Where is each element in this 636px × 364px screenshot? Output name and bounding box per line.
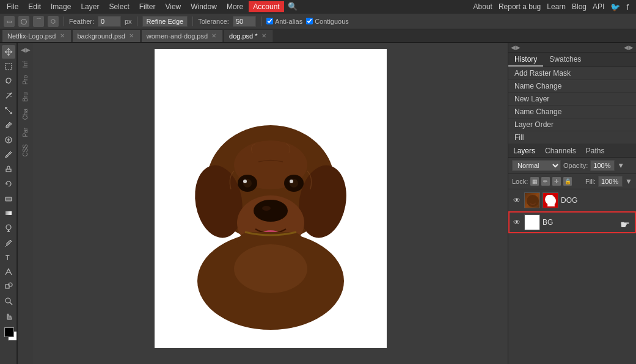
menu-view[interactable]: View bbox=[161, 1, 185, 12]
tab-background[interactable]: background.psd ✕ bbox=[73, 30, 141, 42]
contiguous-checkbox[interactable] bbox=[306, 18, 313, 24]
foreground-color-swatch[interactable] bbox=[4, 327, 14, 337]
menu-bar: File Edit Image Layer Select Filter View… bbox=[0, 0, 636, 13]
lock-transparency-icon[interactable]: ▦ bbox=[530, 177, 539, 186]
tab-swatches[interactable]: Swatches bbox=[543, 53, 587, 67]
layer-dog[interactable]: 👁 bbox=[508, 189, 636, 211]
tab-paths[interactable]: Paths bbox=[581, 145, 610, 156]
tool-wand[interactable] bbox=[2, 89, 15, 103]
tab-dog-close[interactable]: ✕ bbox=[260, 32, 268, 40]
menu-more[interactable]: More bbox=[222, 1, 247, 12]
svg-line-17 bbox=[5, 246, 7, 247]
ext-api[interactable]: API bbox=[593, 2, 604, 11]
menu-filter[interactable]: Filter bbox=[135, 1, 160, 12]
tab-netflix-logo[interactable]: Netflix-Logo.psd ✕ bbox=[2, 30, 71, 42]
tool-text[interactable]: T bbox=[2, 250, 15, 264]
tool-shape[interactable] bbox=[2, 280, 15, 293]
blend-mode-select[interactable]: Normal Multiply Screen Overlay bbox=[512, 160, 561, 171]
menu-account[interactable]: Account bbox=[249, 1, 283, 12]
tab-background-label: background.psd bbox=[78, 32, 125, 40]
tool-hand[interactable] bbox=[2, 309, 15, 322]
tool-move[interactable] bbox=[2, 45, 15, 59]
history-item-5[interactable]: Fill bbox=[508, 131, 636, 144]
toolbar-separator-3 bbox=[192, 16, 193, 26]
tool-lasso[interactable]: ⌒ bbox=[33, 16, 44, 27]
panel-collapse-arrow[interactable]: ◀▶ bbox=[20, 45, 32, 54]
svg-line-6 bbox=[5, 107, 12, 114]
layer-dog-visibility[interactable]: 👁 bbox=[512, 195, 522, 205]
menu-select[interactable]: Select bbox=[104, 1, 133, 12]
tool-gradient[interactable] bbox=[2, 206, 15, 220]
anti-alias-checkbox[interactable] bbox=[266, 18, 273, 24]
tool-heal[interactable] bbox=[2, 133, 15, 147]
tab-layers[interactable]: Layers bbox=[508, 145, 540, 156]
refine-edge-button[interactable]: Refine Edge bbox=[142, 16, 188, 27]
ext-learn[interactable]: Learn bbox=[547, 2, 566, 11]
tool-brush[interactable] bbox=[2, 148, 15, 161]
tab-women-dog-close[interactable]: ✕ bbox=[210, 32, 217, 40]
tool-dodge[interactable] bbox=[2, 221, 15, 235]
facebook-icon[interactable]: f bbox=[626, 2, 629, 12]
tool-path-select[interactable] bbox=[2, 265, 15, 278]
history-item-3[interactable]: Name Change bbox=[508, 106, 636, 118]
tool-marquee-rect[interactable]: ▭ bbox=[4, 16, 15, 27]
svg-point-38 bbox=[290, 180, 293, 183]
panel-left-arrow[interactable]: ◀▶ bbox=[511, 44, 521, 51]
fill-input[interactable] bbox=[598, 176, 623, 187]
panel-right-arrow[interactable]: ◀▶ bbox=[624, 44, 634, 51]
ext-blog[interactable]: Blog bbox=[572, 2, 587, 11]
tool-polygon[interactable]: ⬡ bbox=[48, 16, 59, 27]
history-item-1[interactable]: Name Change bbox=[508, 80, 636, 93]
ext-report-bug[interactable]: Report a bug bbox=[499, 2, 541, 11]
history-item-4[interactable]: Layer Order bbox=[508, 118, 636, 131]
opacity-arrow[interactable]: ▼ bbox=[617, 161, 624, 170]
canvas[interactable] bbox=[155, 49, 387, 348]
tab-women-dog[interactable]: women-and-dog.psd ✕ bbox=[142, 30, 223, 42]
right-panel: ◀▶ ◀▶ History Swatches Add Raster Mask N… bbox=[508, 43, 636, 364]
tool-zoom[interactable] bbox=[2, 294, 15, 308]
tab-netflix-close[interactable]: ✕ bbox=[59, 32, 66, 40]
lock-brush-icon[interactable]: ✏ bbox=[541, 177, 550, 186]
menu-edit[interactable]: Edit bbox=[24, 1, 45, 12]
tool-pen[interactable] bbox=[2, 236, 15, 249]
tool-marquee[interactable] bbox=[2, 60, 15, 73]
anti-alias-check[interactable]: Anti-alias bbox=[266, 16, 302, 27]
contiguous-check[interactable]: Contiguous bbox=[306, 16, 349, 27]
tab-dog[interactable]: dog.psd * ✕ bbox=[224, 30, 272, 42]
tool-eyedropper[interactable] bbox=[2, 118, 15, 132]
tool-stamp[interactable] bbox=[2, 162, 15, 176]
layer-bg-visibility[interactable]: 👁 bbox=[512, 217, 522, 227]
tab-history[interactable]: History bbox=[508, 53, 543, 67]
lock-position-icon[interactable]: ✛ bbox=[552, 177, 561, 186]
menu-layer[interactable]: Layer bbox=[76, 1, 103, 12]
fill-arrow[interactable]: ▼ bbox=[625, 177, 632, 186]
layer-bg[interactable]: 👁 BG ☛ bbox=[508, 211, 636, 233]
tolerance-input[interactable] bbox=[233, 16, 256, 27]
info-label-bru: Bru bbox=[22, 92, 29, 102]
tab-background-close[interactable]: ✕ bbox=[128, 32, 135, 40]
menu-window[interactable]: Window bbox=[186, 1, 221, 12]
tool-lasso[interactable] bbox=[2, 75, 15, 88]
menu-file[interactable]: File bbox=[2, 1, 23, 12]
tool-crop[interactable] bbox=[2, 104, 15, 117]
svg-point-35 bbox=[243, 180, 247, 183]
tab-channels[interactable]: Channels bbox=[540, 145, 581, 156]
history-swatches-tabs: History Swatches bbox=[508, 53, 636, 67]
opacity-input[interactable] bbox=[590, 160, 615, 171]
history-list: Add Raster Mask Name Change New Layer Na… bbox=[508, 67, 636, 144]
tool-marquee-ellipse[interactable]: ◯ bbox=[18, 16, 29, 27]
history-item-0[interactable]: Add Raster Mask bbox=[508, 67, 636, 80]
layers-controls: Normal Multiply Screen Overlay Opacity: … bbox=[508, 158, 636, 174]
svg-point-32 bbox=[262, 206, 271, 211]
history-item-2[interactable]: New Layer bbox=[508, 93, 636, 106]
color-swatches[interactable] bbox=[2, 326, 15, 340]
twitter-icon[interactable]: 🐦 bbox=[610, 2, 620, 12]
search-icon[interactable]: 🔍 bbox=[288, 2, 298, 11]
layers-list: 👁 bbox=[508, 189, 636, 364]
tool-eraser[interactable] bbox=[2, 192, 15, 205]
tool-history-brush[interactable] bbox=[2, 177, 15, 191]
feather-input[interactable] bbox=[98, 16, 121, 27]
lock-all-icon[interactable]: 🔒 bbox=[563, 177, 572, 186]
ext-about[interactable]: About bbox=[473, 2, 492, 11]
menu-image[interactable]: Image bbox=[46, 1, 75, 12]
